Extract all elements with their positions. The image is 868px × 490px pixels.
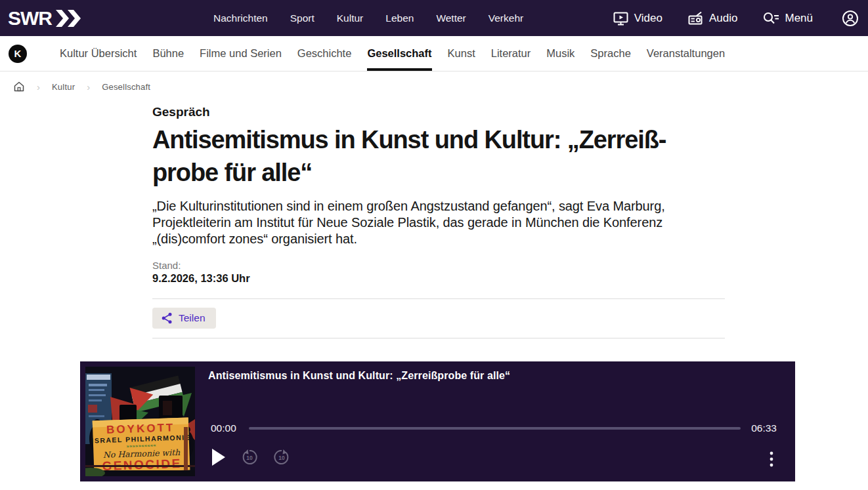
topnav-item-leben[interactable]: Leben <box>385 12 414 24</box>
video-label: Video <box>634 12 662 25</box>
swr-kultur-logo[interactable]: K <box>9 45 27 63</box>
share-button-label: Teilen <box>179 312 206 324</box>
player-title: Antisemitismus in Kunst und Kultur: „Zer… <box>208 370 769 382</box>
tab-filme-und-serien[interactable]: Filme und Serien <box>200 36 282 71</box>
topnav-item-kultur[interactable]: Kultur <box>337 12 364 24</box>
divider <box>152 338 725 338</box>
player-current-time: 00:00 <box>211 422 238 434</box>
tab-buehne[interactable]: Bühne <box>152 36 184 71</box>
menu-button[interactable]: Menü <box>762 10 813 26</box>
topbar-actions: Video Audio Menü <box>613 10 859 27</box>
tab-gesellschaft[interactable]: Gesellschaft <box>367 36 431 71</box>
audio-icon <box>687 10 704 26</box>
audio-thumbnail-image[interactable]: BOYKOTT ISRAEL PHILHARMONIE »»»»»««««« N… <box>85 367 195 476</box>
topnav-item-sport[interactable]: Sport <box>290 12 315 24</box>
breadcrumb-gesellschaft[interactable]: Gesellschaft <box>102 82 150 92</box>
tab-literatur[interactable]: Literatur <box>491 36 531 71</box>
article-kicker: Gespräch <box>152 105 725 119</box>
video-button[interactable]: Video <box>613 10 662 26</box>
tab-veranstaltungen[interactable]: Veranstaltungen <box>647 36 725 71</box>
play-icon <box>211 448 226 466</box>
player-controls: 10 10 <box>211 448 290 466</box>
swr-logo[interactable]: SWR <box>8 9 82 28</box>
home-icon[interactable] <box>13 81 25 92</box>
play-button[interactable] <box>211 448 226 466</box>
account-button[interactable] <box>842 10 859 27</box>
svg-text:10: 10 <box>278 455 285 461</box>
breadcrumb-separator-icon: › <box>87 81 90 92</box>
article-header: Gespräch Antisemitismus in Kunst und Kul… <box>152 105 725 338</box>
skip-forward-10-button[interactable]: 10 <box>273 449 290 466</box>
menu-label: Menü <box>785 12 813 25</box>
topnav-item-wetter[interactable]: Wetter <box>436 12 466 24</box>
kultur-section-nav: K Kultur Übersicht Bühne Filme und Serie… <box>0 36 868 71</box>
topnav-item-nachrichten[interactable]: Nachrichten <box>213 12 268 24</box>
share-row: Teilen <box>152 299 725 338</box>
player-timeline: 00:00 06:33 <box>211 422 777 435</box>
share-button[interactable]: Teilen <box>152 308 216 329</box>
article-title: Antisemitismus in Kunst und Kultur: „Zer… <box>152 123 725 189</box>
swr-logo-text: SWR <box>8 9 52 28</box>
topnav-items: Nachrichten Sport Kultur Leben Wetter Ve… <box>213 12 523 24</box>
player-overflow-menu-button[interactable] <box>770 451 773 468</box>
article-title-line-1: Antisemitismus in Kunst und Kultur: „Zer… <box>152 123 725 156</box>
double-chevron-right-icon <box>54 10 82 27</box>
tab-sprache[interactable]: Sprache <box>590 36 630 71</box>
audio-player: BOYKOTT ISRAEL PHILHARMONIE »»»»»««««« N… <box>80 361 795 481</box>
article-title-line-2: probe für alle“ <box>152 156 725 189</box>
tab-kunst[interactable]: Kunst <box>448 36 475 71</box>
topnav-item-verkehr[interactable]: Verkehr <box>488 12 523 24</box>
article-date: 9.2.2026, 13:36 Uhr <box>152 272 725 285</box>
video-icon <box>613 10 629 26</box>
audio-label: Audio <box>709 12 737 25</box>
breadcrumb-kultur[interactable]: Kultur <box>52 82 75 92</box>
skip-back-10-button[interactable]: 10 <box>241 449 258 466</box>
stand-label: Stand: <box>152 260 725 271</box>
breadcrumb: › Kultur › Gesellschaft <box>0 71 868 102</box>
article-teaser: „Die Kulturinstitutionen sind in einem g… <box>152 198 725 247</box>
tab-geschichte[interactable]: Geschichte <box>297 36 352 71</box>
search-menu-icon <box>762 10 779 26</box>
replay-10-icon: 10 <box>241 449 258 466</box>
tab-musik[interactable]: Musik <box>546 36 575 71</box>
share-icon <box>162 312 173 324</box>
user-account-icon <box>842 10 859 27</box>
svg-text:10: 10 <box>246 455 253 461</box>
kultur-logo-letter: K <box>14 48 22 59</box>
player-progress-bar[interactable] <box>249 427 741 430</box>
breadcrumb-separator-icon: › <box>37 81 40 92</box>
audio-button[interactable]: Audio <box>687 10 737 26</box>
topbar: SWR Nachrichten Sport Kultur Leben Wette… <box>0 0 868 36</box>
tab-kultur-uebersicht[interactable]: Kultur Übersicht <box>60 36 137 71</box>
kebab-menu-icon <box>770 451 773 468</box>
player-duration: 06:33 <box>751 422 777 434</box>
forward-10-icon: 10 <box>273 449 290 466</box>
